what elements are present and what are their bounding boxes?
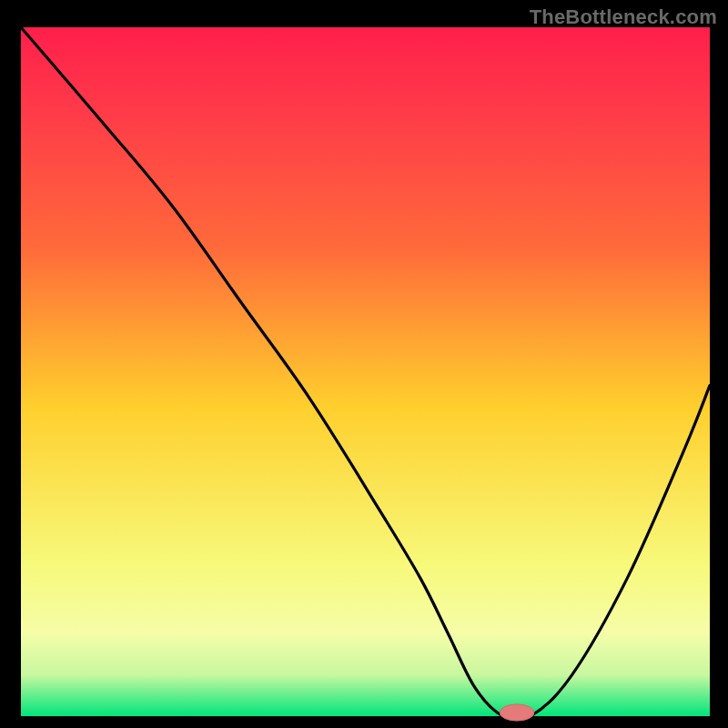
- chart-frame: { "watermark": "TheBottleneck.com", "col…: [0, 0, 728, 728]
- plot-area: [21, 27, 710, 716]
- minimum-marker: [500, 704, 534, 721]
- bottleneck-chart: [0, 0, 728, 728]
